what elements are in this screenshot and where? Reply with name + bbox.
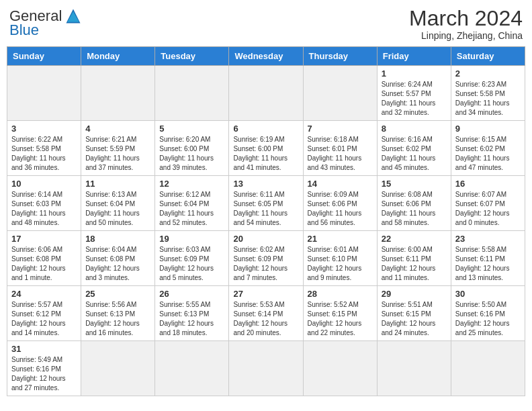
col-header-thursday: Thursday bbox=[303, 47, 377, 66]
day-info: Sunrise: 5:57 AM Sunset: 6:12 PM Dayligh… bbox=[11, 300, 77, 338]
day-info: Sunrise: 6:24 AM Sunset: 5:57 PM Dayligh… bbox=[382, 80, 447, 118]
day-number: 3 bbox=[11, 124, 77, 134]
col-header-tuesday: Tuesday bbox=[155, 47, 229, 66]
day-info: Sunrise: 6:01 AM Sunset: 6:10 PM Dayligh… bbox=[308, 245, 373, 283]
calendar-cell bbox=[7, 66, 81, 121]
day-number: 9 bbox=[455, 124, 521, 134]
day-info: Sunrise: 6:12 AM Sunset: 6:04 PM Dayligh… bbox=[159, 190, 224, 228]
calendar-cell: 11Sunrise: 6:13 AM Sunset: 6:04 PM Dayli… bbox=[81, 176, 155, 231]
calendar-cell: 24Sunrise: 5:57 AM Sunset: 6:12 PM Dayli… bbox=[7, 286, 81, 341]
day-number: 29 bbox=[382, 289, 447, 299]
calendar-cell bbox=[229, 66, 303, 121]
day-number: 1 bbox=[382, 68, 447, 79]
calendar-cell: 5Sunrise: 6:20 AM Sunset: 6:00 PM Daylig… bbox=[155, 121, 229, 176]
day-info: Sunrise: 6:02 AM Sunset: 6:09 PM Dayligh… bbox=[233, 245, 298, 283]
calendar-cell: 21Sunrise: 6:01 AM Sunset: 6:10 PM Dayli… bbox=[303, 231, 377, 286]
day-number: 24 bbox=[11, 289, 77, 299]
calendar-table: SundayMondayTuesdayWednesdayThursdayFrid… bbox=[7, 46, 525, 396]
title-area: March 2024 Linping, Zhejiang, China bbox=[409, 7, 523, 41]
day-info: Sunrise: 6:09 AM Sunset: 6:06 PM Dayligh… bbox=[308, 190, 373, 228]
calendar-cell: 4Sunrise: 6:21 AM Sunset: 5:59 PM Daylig… bbox=[81, 121, 155, 176]
calendar-cell: 20Sunrise: 6:02 AM Sunset: 6:09 PM Dayli… bbox=[229, 231, 303, 286]
day-number: 25 bbox=[85, 289, 150, 299]
calendar-cell: 9Sunrise: 6:15 AM Sunset: 6:02 PM Daylig… bbox=[451, 121, 525, 176]
calendar-cell: 23Sunrise: 5:58 AM Sunset: 6:11 PM Dayli… bbox=[451, 231, 525, 286]
day-info: Sunrise: 6:20 AM Sunset: 6:00 PM Dayligh… bbox=[159, 135, 224, 173]
calendar-cell: 1Sunrise: 6:24 AM Sunset: 5:57 PM Daylig… bbox=[377, 66, 451, 121]
col-header-sunday: Sunday bbox=[7, 47, 81, 66]
day-info: Sunrise: 6:00 AM Sunset: 6:11 PM Dayligh… bbox=[382, 245, 447, 283]
day-info: Sunrise: 5:55 AM Sunset: 6:13 PM Dayligh… bbox=[159, 300, 224, 338]
day-number: 11 bbox=[85, 179, 150, 189]
calendar-cell: 2Sunrise: 6:23 AM Sunset: 5:58 PM Daylig… bbox=[451, 66, 525, 121]
day-info: Sunrise: 6:19 AM Sunset: 6:00 PM Dayligh… bbox=[233, 135, 298, 173]
calendar-cell: 6Sunrise: 6:19 AM Sunset: 6:00 PM Daylig… bbox=[229, 121, 303, 176]
calendar-cell: 31Sunrise: 5:49 AM Sunset: 6:16 PM Dayli… bbox=[7, 341, 81, 396]
day-number: 22 bbox=[382, 234, 447, 244]
col-header-friday: Friday bbox=[377, 47, 451, 66]
calendar-cell bbox=[229, 341, 303, 396]
calendar-cell: 28Sunrise: 5:52 AM Sunset: 6:15 PM Dayli… bbox=[303, 286, 377, 341]
calendar-cell: 18Sunrise: 6:04 AM Sunset: 6:08 PM Dayli… bbox=[81, 231, 155, 286]
col-header-monday: Monday bbox=[81, 47, 155, 66]
calendar-cell: 29Sunrise: 5:51 AM Sunset: 6:15 PM Dayli… bbox=[377, 286, 451, 341]
calendar-cell bbox=[81, 341, 155, 396]
logo-blue-text: Blue bbox=[9, 23, 39, 38]
day-info: Sunrise: 6:04 AM Sunset: 6:08 PM Dayligh… bbox=[85, 245, 150, 283]
day-number: 26 bbox=[159, 289, 224, 299]
day-number: 7 bbox=[308, 124, 373, 134]
calendar-cell: 15Sunrise: 6:08 AM Sunset: 6:06 PM Dayli… bbox=[377, 176, 451, 231]
calendar-week-row: 10Sunrise: 6:14 AM Sunset: 6:03 PM Dayli… bbox=[7, 176, 525, 231]
day-info: Sunrise: 5:53 AM Sunset: 6:14 PM Dayligh… bbox=[233, 300, 298, 338]
calendar-week-row: 17Sunrise: 6:06 AM Sunset: 6:08 PM Dayli… bbox=[7, 231, 525, 286]
day-number: 6 bbox=[233, 124, 298, 134]
day-info: Sunrise: 5:49 AM Sunset: 6:16 PM Dayligh… bbox=[11, 355, 77, 393]
location-subtitle: Linping, Zhejiang, China bbox=[409, 30, 523, 41]
day-number: 15 bbox=[382, 179, 447, 189]
day-number: 30 bbox=[455, 289, 521, 299]
calendar-cell: 3Sunrise: 6:22 AM Sunset: 5:58 PM Daylig… bbox=[7, 121, 81, 176]
day-number: 23 bbox=[455, 234, 521, 244]
svg-marker-1 bbox=[68, 11, 80, 22]
day-number: 14 bbox=[308, 179, 373, 189]
day-number: 17 bbox=[11, 234, 77, 244]
day-info: Sunrise: 6:08 AM Sunset: 6:06 PM Dayligh… bbox=[382, 190, 447, 228]
day-info: Sunrise: 6:07 AM Sunset: 6:07 PM Dayligh… bbox=[455, 190, 521, 228]
day-number: 4 bbox=[85, 124, 150, 134]
logo: General Blue bbox=[9, 7, 83, 38]
calendar-cell: 30Sunrise: 5:50 AM Sunset: 6:16 PM Dayli… bbox=[451, 286, 525, 341]
calendar-cell: 17Sunrise: 6:06 AM Sunset: 6:08 PM Dayli… bbox=[7, 231, 81, 286]
header: General Blue March 2024 Linping, Zhejian… bbox=[7, 7, 525, 41]
day-info: Sunrise: 5:51 AM Sunset: 6:15 PM Dayligh… bbox=[382, 300, 447, 338]
day-info: Sunrise: 6:03 AM Sunset: 6:09 PM Dayligh… bbox=[159, 245, 224, 283]
month-title: March 2024 bbox=[409, 7, 523, 30]
calendar-cell: 8Sunrise: 6:16 AM Sunset: 6:02 PM Daylig… bbox=[377, 121, 451, 176]
calendar-cell: 14Sunrise: 6:09 AM Sunset: 6:06 PM Dayli… bbox=[303, 176, 377, 231]
day-number: 27 bbox=[233, 289, 298, 299]
day-number: 21 bbox=[308, 234, 373, 244]
day-info: Sunrise: 5:56 AM Sunset: 6:13 PM Dayligh… bbox=[85, 300, 150, 338]
day-number: 20 bbox=[233, 234, 298, 244]
calendar-cell: 10Sunrise: 6:14 AM Sunset: 6:03 PM Dayli… bbox=[7, 176, 81, 231]
day-number: 31 bbox=[11, 344, 77, 354]
day-info: Sunrise: 6:11 AM Sunset: 6:05 PM Dayligh… bbox=[233, 190, 298, 228]
calendar-cell: 22Sunrise: 6:00 AM Sunset: 6:11 PM Dayli… bbox=[377, 231, 451, 286]
calendar-cell: 19Sunrise: 6:03 AM Sunset: 6:09 PM Dayli… bbox=[155, 231, 229, 286]
col-header-wednesday: Wednesday bbox=[229, 47, 303, 66]
day-number: 16 bbox=[455, 179, 521, 189]
day-info: Sunrise: 6:15 AM Sunset: 6:02 PM Dayligh… bbox=[455, 135, 521, 173]
day-info: Sunrise: 5:50 AM Sunset: 6:16 PM Dayligh… bbox=[455, 300, 521, 338]
calendar-cell: 25Sunrise: 5:56 AM Sunset: 6:13 PM Dayli… bbox=[81, 286, 155, 341]
logo-icon bbox=[64, 7, 83, 26]
calendar-cell bbox=[155, 341, 229, 396]
calendar-cell: 16Sunrise: 6:07 AM Sunset: 6:07 PM Dayli… bbox=[451, 176, 525, 231]
day-info: Sunrise: 6:16 AM Sunset: 6:02 PM Dayligh… bbox=[382, 135, 447, 173]
day-info: Sunrise: 6:23 AM Sunset: 5:58 PM Dayligh… bbox=[455, 80, 521, 118]
calendar-cell: 7Sunrise: 6:18 AM Sunset: 6:01 PM Daylig… bbox=[303, 121, 377, 176]
calendar-cell bbox=[303, 341, 377, 396]
calendar-cell: 27Sunrise: 5:53 AM Sunset: 6:14 PM Dayli… bbox=[229, 286, 303, 341]
day-number: 8 bbox=[382, 124, 447, 134]
calendar-week-row: 1Sunrise: 6:24 AM Sunset: 5:57 PM Daylig… bbox=[7, 66, 525, 121]
day-number: 19 bbox=[159, 234, 224, 244]
day-info: Sunrise: 6:18 AM Sunset: 6:01 PM Dayligh… bbox=[308, 135, 373, 173]
